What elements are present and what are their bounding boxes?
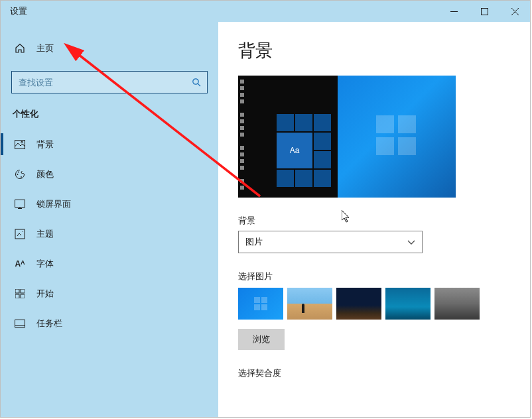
svg-point-10 [21, 176, 22, 178]
home-link[interactable]: 主页 [1, 35, 218, 62]
cursor-icon [342, 210, 352, 223]
nav-label: 任务栏 [36, 318, 62, 329]
nav-item-colors[interactable]: 颜色 [1, 159, 218, 189]
image-icon [13, 140, 27, 149]
svg-rect-17 [15, 294, 19, 298]
titlebar: 设置 [1, 1, 530, 22]
window-body: 主页 个性化 背景 颜色 锁屏界面 [1, 22, 530, 417]
search-input[interactable] [19, 78, 191, 88]
settings-window: 设置 主页 [0, 0, 531, 418]
background-label: 背景 [238, 215, 507, 227]
nav-label: 锁屏界面 [36, 198, 71, 210]
nav-item-taskbar[interactable]: 任务栏 [1, 308, 218, 338]
theme-icon [13, 229, 27, 239]
chevron-down-icon [407, 237, 415, 247]
svg-point-8 [17, 174, 19, 175]
svg-point-4 [193, 79, 198, 84]
nav-label: 颜色 [36, 168, 54, 180]
section-title: 个性化 [13, 108, 218, 120]
svg-rect-1 [481, 8, 488, 15]
search-icon [191, 77, 202, 88]
minimize-icon [450, 8, 458, 15]
picture-thumb-5[interactable] [434, 288, 480, 320]
fit-label: 选择契合度 [238, 367, 507, 379]
palette-icon [13, 169, 27, 180]
maximize-button[interactable] [469, 1, 499, 22]
svg-rect-15 [15, 289, 19, 293]
picture-thumb-4[interactable] [385, 288, 431, 320]
nav-list: 背景 颜色 锁屏界面 主题 AA 字体 [1, 129, 218, 338]
taskbar-icon [13, 320, 27, 328]
desktop-preview: Aa [238, 76, 456, 198]
nav-item-start[interactable]: 开始 [1, 278, 218, 308]
background-select[interactable]: 图片 [238, 231, 423, 253]
sidebar: 主页 个性化 背景 颜色 锁屏界面 [1, 22, 218, 417]
preview-startmenu: Aa [238, 76, 338, 198]
lock-screen-icon [13, 200, 27, 209]
font-icon: AA [13, 259, 27, 269]
nav-item-fonts[interactable]: AA 字体 [1, 249, 218, 278]
windows-logo-icon [376, 115, 416, 155]
choose-picture-label: 选择图片 [238, 270, 507, 282]
browse-label: 浏览 [253, 333, 270, 345]
picture-thumbnails [238, 288, 507, 320]
start-icon [13, 289, 27, 298]
maximize-icon [481, 8, 488, 15]
close-icon [511, 8, 519, 15]
svg-line-5 [198, 84, 200, 86]
nav-item-lockscreen[interactable]: 锁屏界面 [1, 189, 218, 219]
svg-point-9 [18, 171, 19, 172]
nav-label: 字体 [36, 258, 54, 270]
main-content: 背景 Aa 背景 图片 选择图片 [218, 22, 530, 417]
browse-button[interactable]: 浏览 [238, 329, 285, 350]
nav-item-themes[interactable]: 主题 [1, 219, 218, 249]
minimize-button[interactable] [438, 1, 469, 22]
nav-label: 背景 [36, 139, 54, 150]
svg-rect-16 [21, 289, 25, 293]
svg-point-7 [21, 141, 23, 143]
home-icon [13, 43, 27, 54]
search-box[interactable] [11, 71, 208, 93]
svg-rect-18 [21, 294, 25, 298]
picture-thumb-1[interactable] [238, 288, 283, 320]
window-title: 设置 [10, 5, 27, 17]
background-select-value: 图片 [245, 236, 263, 248]
svg-rect-19 [15, 320, 25, 327]
preview-tile-text: Aa [277, 133, 312, 168]
window-controls [438, 1, 530, 22]
page-title: 背景 [238, 39, 507, 62]
svg-rect-11 [15, 200, 25, 207]
close-button[interactable] [499, 1, 530, 22]
picture-thumb-2[interactable] [287, 288, 332, 320]
nav-item-background[interactable]: 背景 [1, 129, 218, 159]
picture-thumb-3[interactable] [336, 288, 381, 320]
home-label: 主页 [36, 42, 54, 54]
nav-label: 开始 [36, 288, 54, 300]
nav-label: 主题 [36, 228, 54, 240]
